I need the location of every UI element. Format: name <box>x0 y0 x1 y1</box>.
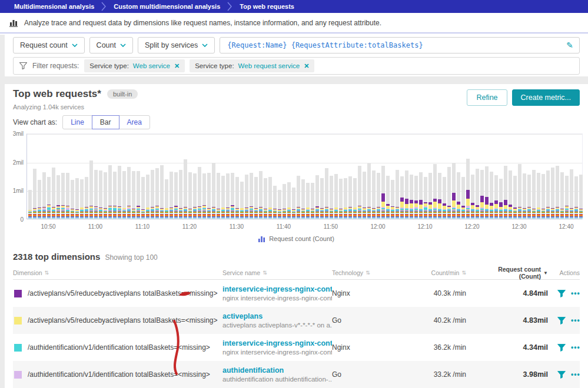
chart-bar[interactable] <box>283 184 286 219</box>
chart-bar[interactable] <box>207 173 211 219</box>
chart-bar[interactable] <box>443 177 446 219</box>
aggregation-dropdown[interactable]: Count <box>89 37 133 53</box>
chart-bar[interactable] <box>28 190 32 219</box>
chart-bar[interactable] <box>80 179 84 219</box>
chart-bar[interactable] <box>231 173 234 219</box>
service-name-link[interactable]: interservice-ingress-nginx-contro... <box>222 285 332 293</box>
chart-bar[interactable] <box>320 178 324 219</box>
chart-bar[interactable] <box>414 176 418 219</box>
chart-bar[interactable] <box>71 180 74 219</box>
chart-type-line-button[interactable]: Line <box>62 115 92 129</box>
chart-bar[interactable] <box>480 170 484 219</box>
chart-type-area-button[interactable]: Area <box>119 115 150 129</box>
chart-plot[interactable] <box>26 133 583 219</box>
chart-bar[interactable] <box>61 173 65 219</box>
chart-bar[interactable] <box>452 163 456 219</box>
edit-pencil-icon[interactable]: ✎ <box>566 41 573 50</box>
chart-bar[interactable] <box>217 173 220 219</box>
chart-bar[interactable] <box>377 173 380 219</box>
column-header-count-min[interactable]: Count/min⇅ <box>425 269 484 276</box>
chart-bar[interactable] <box>396 170 399 219</box>
chart-bar[interactable] <box>174 172 178 219</box>
chip-remove-icon[interactable]: ✕ <box>174 62 180 70</box>
chart-bar[interactable] <box>165 179 168 219</box>
chart-bar[interactable] <box>461 177 465 219</box>
chart-bar[interactable] <box>160 165 164 219</box>
chart-bar[interactable] <box>188 172 192 219</box>
chart-bar[interactable] <box>560 172 564 219</box>
chart-bar[interactable] <box>405 170 408 219</box>
service-name-link[interactable]: activeplans <box>222 312 263 320</box>
chart-bar[interactable] <box>353 178 357 219</box>
chart-bar[interactable] <box>339 179 343 219</box>
chart-bar[interactable] <box>301 179 305 219</box>
chart-bar[interactable] <box>358 166 361 219</box>
chart-bar[interactable] <box>546 170 550 219</box>
chart-bar[interactable] <box>127 167 131 219</box>
row-filter-funnel-icon[interactable] <box>557 344 566 352</box>
chart-bar[interactable] <box>381 166 385 219</box>
chart-bar[interactable] <box>155 168 159 219</box>
chart-bar[interactable] <box>542 174 545 219</box>
row-actions-ellipsis-icon[interactable]: ••• <box>571 289 580 297</box>
chart-bar[interactable] <box>386 176 390 219</box>
chart-bar[interactable] <box>108 165 112 219</box>
chart-bar[interactable] <box>494 175 498 219</box>
chart-bar[interactable] <box>254 177 258 219</box>
row-actions-ellipsis-icon[interactable]: ••• <box>571 370 580 379</box>
chart-bar[interactable] <box>330 176 333 219</box>
chart-bar[interactable] <box>574 176 578 219</box>
chart-bar[interactable] <box>184 159 187 219</box>
chart-bar[interactable] <box>457 172 460 219</box>
chart-legend[interactable]: Request count (Count) <box>5 235 588 242</box>
column-header-request-count-count-[interactable]: Request count (Count)▼ <box>484 266 557 280</box>
chart-bar[interactable] <box>287 182 291 219</box>
chart-bar[interactable] <box>532 170 536 219</box>
chart-type-bar-button[interactable]: Bar <box>92 115 119 129</box>
chart-bar[interactable] <box>202 173 206 219</box>
chart-bar[interactable] <box>47 177 51 219</box>
row-filter-funnel-icon[interactable] <box>557 290 566 297</box>
row-actions-ellipsis-icon[interactable]: ••• <box>571 343 580 352</box>
chart-bar[interactable] <box>433 164 437 219</box>
chart-bar[interactable] <box>137 171 140 219</box>
metric-dropdown[interactable]: Request count <box>13 37 85 53</box>
service-name-link[interactable]: authidentification <box>222 366 284 374</box>
chart-bar[interactable] <box>391 180 394 219</box>
chart-bar[interactable] <box>245 175 248 219</box>
chart-bar[interactable] <box>57 175 60 219</box>
chart-bar[interactable] <box>42 172 46 219</box>
chart-bar[interactable] <box>438 173 441 219</box>
chart-bar[interactable] <box>551 168 554 219</box>
chart-bar[interactable] <box>311 183 314 219</box>
chart-bar[interactable] <box>240 182 244 219</box>
chart-bar[interactable] <box>113 172 117 219</box>
chart-bar[interactable] <box>141 177 145 219</box>
chart-bar[interactable] <box>212 163 215 219</box>
row-actions-ellipsis-icon[interactable]: ••• <box>571 316 580 325</box>
column-header-technology[interactable]: Technology⇅ <box>332 269 425 276</box>
chart-bar[interactable] <box>94 170 98 219</box>
chart-bar[interactable] <box>504 166 507 219</box>
chart-bar[interactable] <box>372 170 376 219</box>
chart-bar[interactable] <box>273 186 277 219</box>
chart-bar[interactable] <box>259 171 263 219</box>
chart-bar[interactable] <box>118 166 121 219</box>
chart-bar[interactable] <box>410 175 413 219</box>
chart-bar[interactable] <box>527 175 531 219</box>
create-metric-button[interactable]: Create metric... <box>512 89 580 106</box>
chart-bar[interactable] <box>89 160 93 219</box>
chart-bar[interactable] <box>170 172 173 219</box>
row-filter-funnel-icon[interactable] <box>557 317 566 325</box>
chart-bar[interactable] <box>579 175 583 219</box>
chart-bar[interactable] <box>367 163 371 219</box>
chart-bar[interactable] <box>75 178 79 219</box>
chart-bar[interactable] <box>151 170 154 219</box>
filter-chip[interactable]: Service type: Web request service✕ <box>190 59 314 72</box>
chart-bar[interactable] <box>146 175 150 219</box>
chart-bar[interactable] <box>490 172 493 219</box>
chart-bar[interactable] <box>315 175 319 219</box>
chart-bar[interactable] <box>221 176 225 219</box>
chart-bar[interactable] <box>334 174 338 219</box>
chart-bar[interactable] <box>292 188 295 219</box>
